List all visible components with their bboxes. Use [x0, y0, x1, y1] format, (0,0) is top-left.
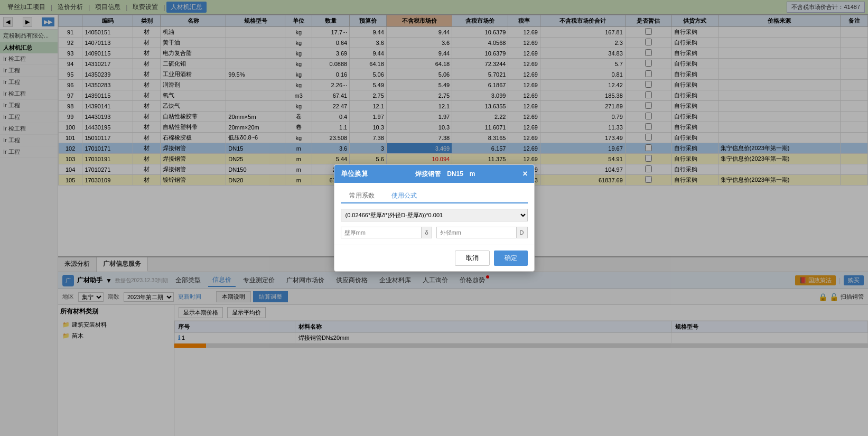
modal-header: 单位换算 焊接钢管 DN15 m × [334, 165, 534, 183]
modal-unit: m [470, 170, 475, 178]
modal-material-name: 焊接钢管 [415, 170, 441, 179]
modal-header-info: 焊接钢管 DN15 m [415, 170, 475, 179]
modal-tab-formula[interactable]: 使用公式 [383, 189, 425, 203]
modal-inputs: δ D [341, 227, 528, 238]
modal-body: 常用系数 使用公式 (0.02466*壁厚δ*(外径D-壁厚δ))*0.001 … [334, 183, 534, 245]
modal-unit-conversion: 单位换算 焊接钢管 DN15 m × 常用系数 使用公式 (0.02466*壁厚… [334, 164, 535, 272]
modal-close-button[interactable]: × [522, 169, 527, 179]
modal-tab-common[interactable]: 常用系数 [341, 189, 383, 202]
outer-diameter-suffix: D [516, 227, 527, 238]
confirm-button[interactable]: 确定 [494, 251, 528, 266]
input-group-wall-thickness: δ [341, 227, 432, 238]
wall-thickness-input[interactable] [341, 227, 422, 238]
input-group-outer-diameter: D [436, 227, 528, 238]
modal-spec: DN15 [447, 170, 463, 178]
wall-thickness-suffix: δ [421, 227, 431, 238]
modal-overlay: 单位换算 焊接钢管 DN15 m × 常用系数 使用公式 (0.02466*壁厚… [0, 0, 868, 436]
modal-footer: 取消 确定 [334, 245, 534, 271]
cancel-button[interactable]: 取消 [455, 251, 490, 266]
modal-formula-row: (0.02466*壁厚δ*(外径D-壁厚δ))*0.001 [341, 209, 528, 221]
formula-select[interactable]: (0.02466*壁厚δ*(外径D-壁厚δ))*0.001 [341, 209, 528, 221]
modal-tabs: 常用系数 使用公式 [341, 189, 528, 203]
outer-diameter-input[interactable] [437, 227, 516, 238]
modal-title: 单位换算 [341, 169, 368, 179]
